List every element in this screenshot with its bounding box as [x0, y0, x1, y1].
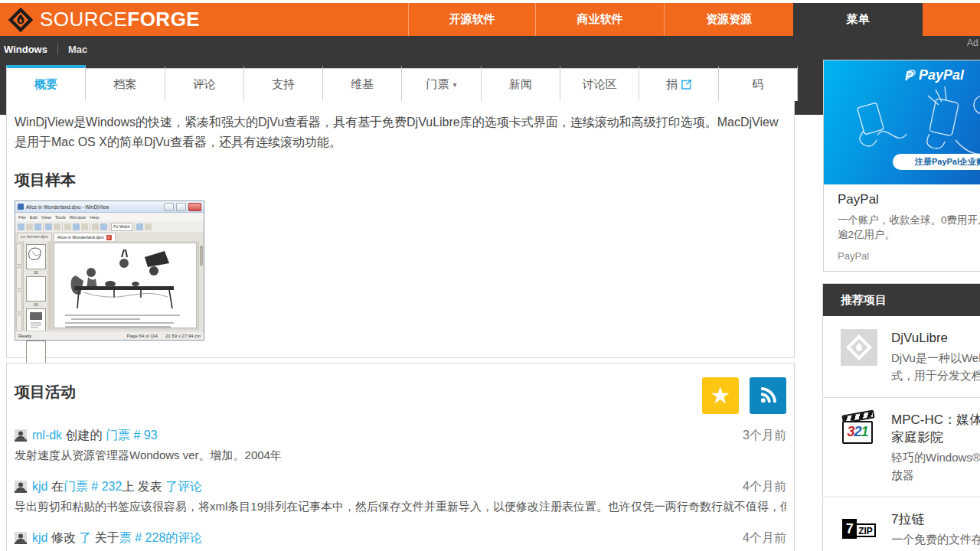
thumb-caption: 63 [25, 302, 47, 307]
ad-label-top: Ad [967, 37, 978, 48]
status-size: 21.59 x 27.94 cm [165, 334, 201, 338]
recommended-item-djvulibre[interactable]: DjVuLibre DjVu是一种以Web为中心的格式，用于分发文档和图像。 [823, 316, 980, 397]
activity-user-link[interactable]: ml-dk [32, 429, 62, 442]
nav-business-software[interactable]: 商业软件 [535, 3, 664, 36]
activity-header: kjd 修改 了 关于票 # 228的评论 4个月前 [15, 530, 786, 546]
nav-open-source-software[interactable]: 开源软件 [408, 3, 535, 36]
nav-menu[interactable]: 菜单 [793, 3, 923, 36]
paypal-ad-card: PayPal 注册PayPal企业账户 PayPal 一个账户，收款全球。0费用… [823, 60, 980, 272]
page-text-line [65, 315, 180, 316]
sample-thumbnail-panel: 62 63 64 [15, 241, 51, 330]
activity-item: ml-dk 创建的 门票 # 93 3个月前 发射速度从资源管理器Wondows… [15, 427, 786, 463]
sample-toolbar: Fit Width [15, 221, 204, 233]
paypal-signup-button[interactable]: 注册PayPal企业账户 [893, 154, 980, 170]
activity-time: 3个月前 [743, 427, 786, 444]
activity-action-text: 创建的 [62, 429, 106, 442]
activity-header: kjd 在门票 # 232上 发表 了评论 4个月前 [15, 478, 786, 495]
tab-news[interactable]: 新闻 [482, 65, 560, 101]
tab-wiki[interactable]: 维基 [323, 65, 402, 101]
panel-scrollbar [47, 241, 51, 330]
tab-discussion[interactable]: 讨论区 [560, 65, 639, 101]
activity-list: ml-dk 创建的 门票 # 93 3个月前 发射速度从资源管理器Wondows… [15, 427, 786, 551]
platform-tab-windows[interactable]: Windows [4, 44, 47, 55]
activity-user-link[interactable]: kjd [32, 531, 47, 544]
tab-reviews[interactable]: 评论 [165, 65, 244, 101]
favorite-star-button[interactable]: ★ [702, 377, 739, 414]
recommended-item-text: 7拉链 一个免费的文件存档器，具有 [891, 510, 980, 548]
nav-filler [923, 3, 980, 36]
recommended-item-7zip[interactable]: 7ZIP 7拉链 一个免费的文件存档器，具有 [823, 497, 980, 551]
platform-bar: Windows Mac [4, 40, 87, 58]
recommended-projects-heading: 推荐项目 [823, 284, 980, 316]
tea-party-illustration [68, 246, 183, 312]
tab-tickets[interactable]: 门票▾ [402, 65, 481, 101]
page: SOURCEFORGE 开源软件 商业软件 资源资源 菜单 Windows Ma… [0, 0, 980, 551]
activity-action-text: 在 [47, 480, 63, 493]
recommended-item-mpc-hc[interactable]: 321 MPC-HC：媒体播放器家庭影院 轻巧的Windows®视频播放器 [823, 397, 980, 497]
project-name: 7拉链 [891, 510, 980, 528]
djvulibre-icon [841, 329, 877, 366]
brand-wordmark: SOURCEFORGE [40, 8, 200, 31]
activity-time: 4个月前 [743, 530, 786, 546]
sample-screenshot[interactable]: Alice in Wonderland.djvu - WinDjView Fil… [15, 201, 204, 341]
status-ready: Ready [18, 334, 127, 338]
sample-menu-bar: File Edit View Tools Window Help [15, 214, 204, 221]
paypal-ad-banner[interactable]: PayPal 注册PayPal企业账户 [824, 60, 980, 184]
ad-title[interactable]: PayPal [838, 192, 980, 207]
platform-divider [57, 44, 58, 55]
activity-comment-link[interactable]: 了评论 [165, 480, 202, 493]
tab-donate[interactable]: 捐 [639, 65, 718, 101]
activity-time: 4个月前 [743, 478, 786, 495]
sample-thumbnails: 62 63 64 [25, 244, 47, 367]
activity-comment-link[interactable]: 了 [79, 531, 91, 544]
activity-item: kjd 在门票 # 232上 发表 了评论 4个月前 导出剪切和粘贴的书签应该很… [15, 478, 786, 514]
activity-body: 发射速度从资源管理器Wondows ver。增加。2004年 [15, 448, 786, 463]
activity-ticket-link[interactable]: 门票 # 232 [64, 480, 122, 493]
paypal-ad-info: PayPal 一个账户，收款全球。0费用开户，轻松逾2亿用户。 PayPal [824, 184, 980, 271]
page-thumbnail [26, 244, 46, 269]
ad-description: 一个账户，收款全球。0费用开户，轻松逾2亿用户。 [838, 213, 980, 242]
sample-side-tabs [15, 241, 24, 330]
recommended-item-text: MPC-HC：媒体播放器家庭影院 轻巧的Windows®视频播放器 [891, 411, 980, 484]
sample-doc-tab-active: Alice in Wonderland.djvu× [54, 233, 115, 241]
page-thumbnail [26, 276, 46, 302]
nav-resources[interactable]: 资源资源 [664, 3, 793, 36]
maximize-button-icon [176, 203, 186, 211]
sample-window-titlebar: Alice in Wonderland.djvu - WinDjView [15, 201, 204, 213]
paypal-logo-icon [905, 68, 916, 83]
activity-ticket-link[interactable]: 票 # 228的评论 [119, 531, 202, 544]
activity-user-link[interactable]: kjd [32, 480, 47, 493]
ad-advertiser: PayPal [838, 250, 980, 262]
project-description: 一个免费的文件存档器，具有 [891, 530, 980, 548]
project-description: 轻巧的Windows®视频播放器 [891, 448, 980, 484]
tab-code[interactable]: 码 [719, 65, 798, 101]
tab-files[interactable]: 档案 [86, 65, 165, 101]
activity-action-text: 上 发表 [122, 480, 165, 493]
overview-card: WinDjView是Windows的快速，紧凑和强大的DjVu查看器，具有基于免… [6, 101, 795, 358]
rss-icon [758, 386, 778, 406]
samples-heading: 项目样本 [15, 170, 786, 191]
activity-card: 项目活动 ★ ml-dk 创建的 门票 # 93 3个月前 发射速度从资 [6, 363, 795, 551]
tab-support[interactable]: 支持 [244, 65, 323, 101]
sample-page [54, 243, 197, 328]
project-name: MPC-HC：媒体播放器家庭影院 [891, 411, 980, 446]
activity-item: kjd 修改 了 关于票 # 228的评论 4个月前 只是观察到，如果导出书签，… [15, 530, 786, 551]
recommended-item-text: DjVuLibre DjVu是一种以Web为中心的格式，用于分发文档和图像。 [891, 329, 980, 384]
activity-heading: 项目活动 [15, 382, 786, 403]
minimize-button-icon [164, 203, 174, 211]
activity-action-text: 关于 [91, 531, 119, 544]
project-description: WinDjView是Windows的快速，紧凑和强大的DjVu查看器，具有基于免… [15, 112, 786, 152]
sourceforge-logo[interactable]: SOURCEFORGE [0, 7, 200, 33]
platform-tab-mac[interactable]: Mac [68, 44, 87, 55]
project-name: DjVuLibre [891, 329, 980, 347]
user-icon [15, 429, 27, 442]
activity-ticket-link[interactable]: 门票 # 93 [106, 429, 158, 442]
paypal-logo: PayPal [905, 67, 964, 83]
top-nav: 开源软件 商业软件 资源资源 菜单 [408, 3, 980, 36]
activity-body: 导出剪切和粘贴的书签应该很容易，将xml条目19排列在记事本中，然后保存文件并重… [15, 500, 786, 514]
activity-buttons: ★ [702, 377, 786, 414]
rss-feed-button[interactable] [750, 377, 786, 414]
sample-window-title: Alice in Wonderland.djvu - WinDjView [26, 204, 162, 210]
tab-summary[interactable]: 概要 [6, 65, 86, 101]
user-icon [15, 532, 27, 544]
